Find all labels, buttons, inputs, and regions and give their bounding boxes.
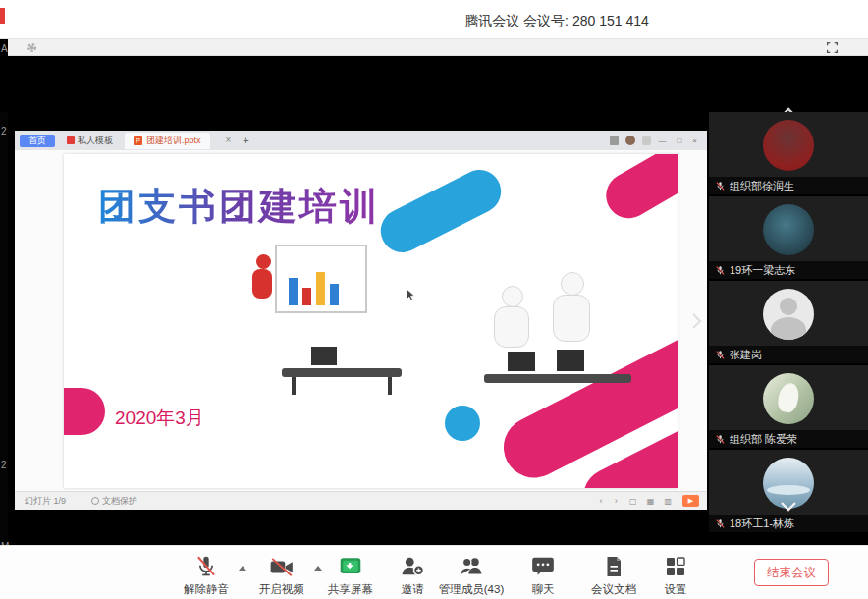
presenter-figure xyxy=(256,254,271,269)
share-screen-icon xyxy=(338,554,363,579)
desk-graphic xyxy=(484,374,631,383)
participant-name-bar: 18环工1-林炼 xyxy=(709,515,868,532)
home-tab[interactable]: 首页 xyxy=(20,135,55,147)
participant-tile[interactable]: 组织部徐润生 xyxy=(709,112,868,194)
sidebar-collapse-chevron[interactable] xyxy=(687,303,705,339)
tab-label: 团建培训.pptx xyxy=(146,135,201,147)
window-minimize-icon[interactable]: — xyxy=(658,136,670,145)
participant-avatar xyxy=(763,204,814,255)
fullscreen-icon[interactable] xyxy=(826,41,839,54)
settings-grid-icon xyxy=(664,554,687,579)
status-circle-icon xyxy=(91,497,99,505)
slide-canvas: 团支书团建培训 2020年3月 xyxy=(64,154,678,488)
participant-tile[interactable]: 张建岗 xyxy=(709,281,868,363)
participant-name: 张建岗 xyxy=(730,348,762,362)
window-close-icon[interactable]: × xyxy=(692,136,701,145)
edge-letter: 2 xyxy=(1,460,7,470)
participant-tile[interactable]: 19环一梁志东 xyxy=(709,196,868,279)
mouse-cursor xyxy=(406,288,415,301)
chevron-right-icon xyxy=(689,309,703,333)
slide-page-indicator: 幻灯片 1/9 xyxy=(25,495,66,508)
tab-presentation-active[interactable]: P 团建培训.pptx xyxy=(125,133,210,149)
extension-icon[interactable] xyxy=(642,136,651,145)
participant-name: 组织部 陈爱荣 xyxy=(730,432,797,447)
desk-graphic xyxy=(282,368,402,377)
decor-blue-capsule xyxy=(373,162,509,259)
decor-blue-circle xyxy=(445,406,480,441)
end-meeting-button[interactable]: 结束会议 xyxy=(754,559,829,586)
account-avatar[interactable] xyxy=(625,136,635,145)
slide-title: 团支书团建培训 xyxy=(98,182,380,232)
invite-person-icon xyxy=(400,554,425,579)
monitor-graphic xyxy=(557,350,584,371)
gear-icon[interactable] xyxy=(26,41,38,54)
wps-tab-bar: 首页 私人模板 P 团建培训.pptx × + — □ × xyxy=(15,131,707,150)
apps-grid-icon[interactable] xyxy=(610,136,619,145)
screen-edge-red-artifact xyxy=(0,8,5,24)
muted-mic-icon xyxy=(715,434,726,445)
edge-letter: 2 xyxy=(1,126,7,136)
participant-name: 18环工1-林炼 xyxy=(730,517,794,531)
presenter-control-strip xyxy=(8,39,868,56)
shared-wps-window: 首页 私人模板 P 团建培训.pptx × + — □ × xyxy=(15,131,707,510)
slide-nav-icons[interactable]: ‹ › xyxy=(599,496,623,506)
edge-letter: A xyxy=(1,43,8,54)
participant-name: 19环一梁志东 xyxy=(730,263,795,278)
participant-avatar xyxy=(763,289,814,340)
muted-mic-icon xyxy=(193,554,219,579)
tabbar-right-controls: — □ × xyxy=(610,136,701,145)
chevron-down-icon xyxy=(778,500,799,514)
monitor-graphic xyxy=(508,352,535,371)
ppt-file-icon: P xyxy=(134,136,142,145)
decor-pink-capsule xyxy=(598,154,678,227)
statusbar-right-controls: ‹ › ▢ ▦ ▥ ▶ xyxy=(599,495,699,507)
settings-button[interactable]: 设置 xyxy=(628,553,723,597)
slide-edit-area: 团支书团建培训 2020年3月 xyxy=(15,150,707,491)
wps-status-bar: 幻灯片 1/9 文档保护 ‹ › ▢ ▦ ▥ ▶ xyxy=(15,491,707,510)
muted-mic-icon xyxy=(715,265,726,276)
participant-tile[interactable]: 18环工1-林炼 xyxy=(709,450,868,532)
decor-pink-half-capsule xyxy=(64,388,105,435)
window-titlebar: 腾讯会议 会议号: 280 151 414 xyxy=(0,0,868,39)
slide-date: 2020年3月 xyxy=(115,406,204,431)
view-mode-icons[interactable]: ▢ ▦ ▥ xyxy=(629,497,676,506)
participant-avatar xyxy=(763,120,814,171)
window-maximize-icon[interactable]: □ xyxy=(677,136,685,145)
tab-template[interactable]: 私人模板 xyxy=(67,135,113,147)
video-off-icon xyxy=(268,554,296,579)
participant-avatar xyxy=(763,373,814,424)
meeting-toolbar: 解除静音 开启视频 共享屏幕 xyxy=(0,545,868,599)
slideshow-play-button[interactable]: ▶ xyxy=(682,495,699,507)
tab-label: 私人模板 xyxy=(78,135,113,147)
participant-name-bar: 19环一梁志东 xyxy=(709,261,868,279)
muted-mic-icon xyxy=(715,518,726,529)
participant-tile[interactable]: 组织部 陈爱荣 xyxy=(709,365,868,448)
chat-bubble-icon xyxy=(530,554,556,579)
tencent-meeting-window: 腾讯会议 会议号: 280 151 414 A 2 2 M E 首页 私人模板 xyxy=(0,0,868,599)
doc-protect-status: 文档保护 xyxy=(91,495,137,508)
tab-close-icon[interactable]: × xyxy=(226,136,232,145)
muted-mic-icon xyxy=(715,350,726,360)
monitor-graphic xyxy=(311,347,337,365)
default-avatar-icon xyxy=(780,298,797,315)
members-icon xyxy=(458,554,485,579)
button-label: 设置 xyxy=(628,582,723,597)
participant-name: 组织部徐润生 xyxy=(730,179,794,193)
wps-doc-icon xyxy=(67,136,75,144)
participant-name-bar: 组织部 陈爱荣 xyxy=(709,430,868,448)
meeting-title: 腾讯会议 会议号: 280 151 414 xyxy=(245,13,868,30)
participant-name-bar: 张建岗 xyxy=(709,346,868,363)
audience-figure xyxy=(561,272,584,296)
muted-mic-icon xyxy=(715,181,726,191)
participant-name-bar: 组织部徐润生 xyxy=(709,177,868,194)
audience-figure xyxy=(502,286,523,307)
scroll-down-chevron[interactable] xyxy=(709,500,868,514)
document-icon xyxy=(602,554,625,579)
participants-sidebar: 组织部徐润生 19环一梁志东 xyxy=(709,56,868,545)
new-tab-icon[interactable]: + xyxy=(243,136,248,146)
screen-edge-strip xyxy=(0,112,8,599)
whiteboard-graphic xyxy=(275,245,367,313)
